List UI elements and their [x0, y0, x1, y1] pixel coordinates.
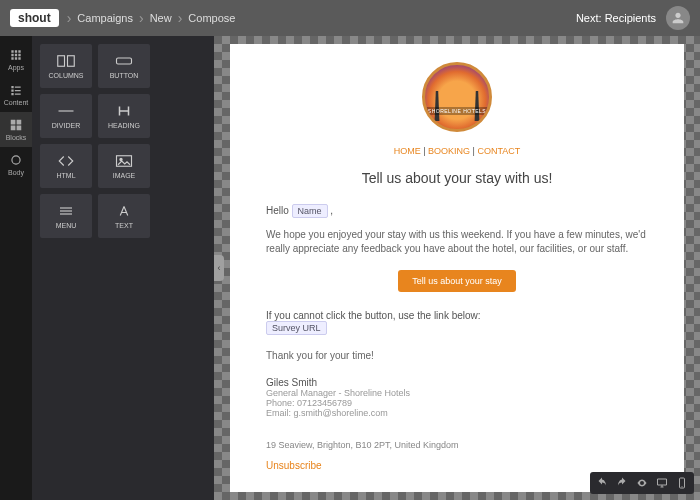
- greeting-line[interactable]: Hello Name ,: [266, 204, 648, 218]
- list-icon: [9, 83, 23, 97]
- rail-label: Blocks: [6, 134, 27, 141]
- mobile-icon[interactable]: [676, 477, 688, 489]
- rail-apps[interactable]: Apps: [0, 42, 32, 77]
- rail-label: Content: [4, 99, 29, 106]
- rail-body[interactable]: Body: [0, 147, 32, 182]
- preview-icon[interactable]: [636, 477, 648, 489]
- breadcrumb-item[interactable]: Campaigns: [77, 12, 133, 24]
- redo-icon[interactable]: [616, 477, 628, 489]
- cta-button[interactable]: Tell us about your stay: [398, 270, 516, 292]
- svg-rect-2: [68, 55, 75, 66]
- block-html[interactable]: HTML: [40, 144, 92, 188]
- hotel-logo[interactable]: SHORELINE HOTELS: [422, 62, 492, 132]
- undo-icon[interactable]: [596, 477, 608, 489]
- html-icon: [57, 154, 75, 168]
- desktop-icon[interactable]: [656, 477, 668, 489]
- chevron-right-icon: ›: [67, 10, 72, 26]
- block-columns[interactable]: COLUMNS: [40, 44, 92, 88]
- nav-booking[interactable]: BOOKING: [428, 146, 470, 156]
- image-icon: [115, 154, 133, 168]
- email-body[interactable]: SHORELINE HOTELS HOME | BOOKING | CONTAC…: [230, 44, 684, 489]
- nav-home[interactable]: HOME: [394, 146, 421, 156]
- block-menu[interactable]: MENU: [40, 194, 92, 238]
- text-icon: [115, 204, 133, 218]
- breadcrumb-item[interactable]: Compose: [188, 12, 235, 24]
- signature-email[interactable]: Email: g.smith@shoreline.com: [266, 408, 648, 418]
- signature-name[interactable]: Giles Smith: [266, 377, 648, 388]
- thanks-line[interactable]: Thank you for your time!: [266, 349, 648, 363]
- block-heading[interactable]: HEADING: [98, 94, 150, 138]
- email-headline[interactable]: Tell us about your stay with us!: [266, 170, 648, 186]
- columns-icon: [57, 54, 75, 68]
- rail-blocks[interactable]: Blocks: [0, 112, 32, 147]
- button-icon: [115, 54, 133, 68]
- canvas-toolbar: [590, 472, 694, 494]
- side-rail: Apps Content Blocks Body: [0, 36, 32, 500]
- chevron-right-icon: ›: [178, 10, 183, 26]
- grid-icon: [9, 48, 23, 62]
- user-avatar[interactable]: [666, 6, 690, 30]
- svg-point-0: [12, 156, 20, 164]
- greeting-prefix: Hello: [266, 205, 289, 216]
- email-canvas: SHORELINE HOTELS HOME | BOOKING | CONTAC…: [214, 36, 700, 500]
- block-image[interactable]: IMAGE: [98, 144, 150, 188]
- menu-icon: [57, 204, 75, 218]
- svg-point-11: [682, 486, 683, 487]
- blocks-icon: [9, 118, 23, 132]
- svg-rect-1: [58, 55, 65, 66]
- body-icon: [9, 153, 23, 167]
- brand-logo: shout: [10, 9, 59, 27]
- hotel-logo-text: SHORELINE HOTELS: [425, 107, 489, 115]
- block-divider[interactable]: DIVIDER: [40, 94, 92, 138]
- rail-label: Apps: [8, 64, 24, 71]
- unsubscribe-link[interactable]: Unsubscribe: [266, 460, 322, 471]
- divider-icon: [57, 104, 75, 118]
- footer-address[interactable]: 19 Seaview, Brighton, B10 2PT, United Ki…: [266, 440, 648, 450]
- signature-phone[interactable]: Phone: 07123456789: [266, 398, 648, 408]
- chevron-right-icon: ›: [139, 10, 144, 26]
- block-text[interactable]: TEXT: [98, 194, 150, 238]
- alt-link-intro[interactable]: If you cannot click the button, use the …: [266, 310, 648, 321]
- next-step-link[interactable]: Next: Recipients: [576, 12, 656, 24]
- rail-label: Body: [8, 169, 24, 176]
- top-bar: shout › Campaigns › New › Compose Next: …: [0, 0, 700, 36]
- block-button[interactable]: BUTTON: [98, 44, 150, 88]
- panel-collapse-handle[interactable]: ‹: [214, 255, 224, 281]
- signature-title[interactable]: General Manager - Shoreline Hotels: [266, 388, 648, 398]
- breadcrumb-item[interactable]: New: [150, 12, 172, 24]
- email-nav[interactable]: HOME | BOOKING | CONTACT: [266, 146, 648, 156]
- svg-rect-3: [117, 58, 132, 64]
- merge-tag-name[interactable]: Name: [292, 204, 328, 218]
- heading-icon: [115, 104, 133, 118]
- nav-contact[interactable]: CONTACT: [477, 146, 520, 156]
- email-scroll[interactable]: SHORELINE HOTELS HOME | BOOKING | CONTAC…: [230, 44, 684, 492]
- intro-paragraph[interactable]: We hope you enjoyed your stay with us th…: [266, 228, 648, 256]
- breadcrumb: › Campaigns › New › Compose: [67, 10, 576, 26]
- rail-content[interactable]: Content: [0, 77, 32, 112]
- blocks-panel: COLUMNS BUTTON DIVIDER HEADING HTML IMAG…: [32, 36, 214, 500]
- person-icon: [670, 10, 686, 26]
- merge-tag-survey-url[interactable]: Survey URL: [266, 321, 327, 335]
